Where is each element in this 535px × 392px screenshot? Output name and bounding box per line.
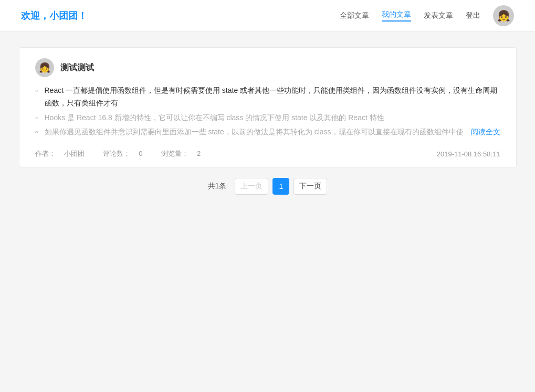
nav-logout[interactable]: 登出 (466, 11, 480, 20)
welcome-text: 欢迎，小团团！ (21, 10, 87, 21)
content-line-2: Hooks 是 React 16.8 新增的特性，它可以让你在不编写 class… (35, 112, 500, 124)
article-content-list: React 一直都提倡使用函数组件，但是有时候需要使用 state 或者其他一些… (35, 84, 500, 139)
pagination-total: 共1条 (208, 182, 227, 191)
content-line-3-container: ○ 如果你遇见函数组件并意识到需要向里面添加一些 state，以前的做法是将其转… (35, 126, 500, 139)
article-card: 👧 测试测试 React 一直都提倡使用函数组件，但是有时候需要使用 state… (19, 47, 517, 167)
comments-meta: 评论数：0 (103, 150, 153, 157)
header: 欢迎，小团团！ 全部文章 我的文章 发表文章 登出 👧 (0, 0, 535, 31)
content-line-3-text: 如果你遇见函数组件并意识到需要向里面添加一些 state，以前的做法是将其转化为… (45, 126, 468, 139)
nav-publish-article[interactable]: 发表文章 (424, 11, 453, 20)
header-nav: 全部文章 我的文章 发表文章 登出 👧 (340, 5, 514, 26)
article-meta-left: 作者：小团团 评论数：0 浏览量：2 (35, 149, 218, 158)
nav-my-articles[interactable]: 我的文章 (382, 10, 411, 22)
article-datetime: 2019-11-08 16:58:11 (437, 150, 500, 158)
article-body: React 一直都提倡使用函数组件，但是有时候需要使用 state 或者其他一些… (35, 84, 500, 139)
avatar-emoji: 👧 (497, 9, 510, 22)
header-left: 欢迎，小团团！ (21, 9, 87, 22)
next-page-button[interactable]: 下一页 (293, 178, 327, 195)
content-line-1: React 一直都提倡使用函数组件，但是有时候需要使用 state 或者其他一些… (35, 84, 500, 110)
main-content: 👧 测试测试 React 一直都提倡使用函数组件，但是有时候需要使用 state… (11, 47, 525, 195)
article-avatar-emoji: 👧 (39, 62, 50, 73)
views-meta: 浏览量：2 (161, 150, 209, 157)
page-1-button[interactable]: 1 (272, 178, 289, 195)
article-title: 测试测试 (60, 62, 94, 73)
bullet-3: ○ (35, 128, 38, 136)
article-header: 👧 测试测试 (35, 58, 500, 77)
article-avatar: 👧 (35, 58, 54, 77)
read-more-link[interactable]: 阅读全文 (471, 126, 500, 139)
nav-all-articles[interactable]: 全部文章 (340, 11, 369, 20)
pagination: 共1条 上一页 1 下一页 (19, 178, 517, 195)
avatar: 👧 (493, 5, 514, 26)
author-label: 作者：小团团 (35, 150, 95, 157)
prev-page-button[interactable]: 上一页 (235, 178, 268, 195)
article-footer: 作者：小团团 评论数：0 浏览量：2 2019-11-08 16:58:11 (35, 145, 500, 158)
